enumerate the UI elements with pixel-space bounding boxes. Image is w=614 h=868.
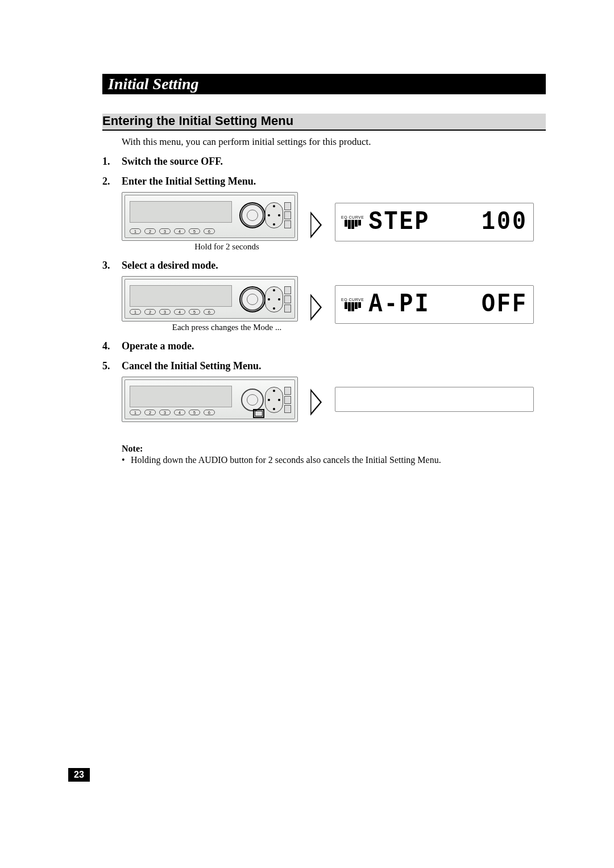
- func-dial-highlighted-icon: [241, 204, 264, 227]
- subsection-title: Entering the Initial Setting Menu: [102, 114, 546, 131]
- eq-curve-icon: EQ CURVE: [341, 215, 364, 229]
- step-4: Operate a mode.: [102, 340, 546, 352]
- step-title: Enter the Initial Setting Menu.: [122, 176, 546, 187]
- preset-4: 4: [174, 228, 185, 234]
- lcd-text-right: OFF: [482, 290, 528, 319]
- step-1: Switch the source OFF.: [102, 156, 546, 168]
- note-text: Holding down the AUDIO button for 2 seco…: [131, 455, 441, 465]
- step-title: Cancel the Initial Setting Menu.: [122, 360, 546, 372]
- preset-buttons: 1 2 3 4 5 6: [130, 410, 215, 415]
- preset-6: 6: [204, 309, 215, 315]
- source-button-highlighted-icon: [255, 411, 263, 416]
- device-illustration: 1 2 3 4 5 6: [122, 377, 298, 422]
- lcd-display: EQ CURVE STEP 100: [335, 203, 534, 241]
- preset-5: 5: [189, 228, 200, 234]
- preset-buttons: 1 2 3 4 5 6: [130, 228, 215, 234]
- device-illustration: 1 2 3 4 5 6: [122, 276, 298, 322]
- lcd-text-left: A-PI: [368, 290, 430, 319]
- preset-3: 3: [159, 410, 171, 415]
- lcd-text-right: 100: [482, 207, 528, 237]
- steps-list: Switch the source OFF. Enter the Initial…: [102, 156, 546, 422]
- preset-1: 1: [130, 410, 141, 415]
- device-illustration: 1 2 3 4 5 6: [122, 192, 298, 241]
- lcd-display-blank: [335, 387, 534, 412]
- multi-knob-icon: [265, 286, 283, 312]
- multi-knob-icon: [265, 202, 283, 228]
- bullet-icon: •: [122, 455, 127, 465]
- step-3: Select a desired mode. 1 2 3 4 5 6: [102, 260, 546, 332]
- lcd-display: EQ CURVE A-PI OFF: [335, 285, 534, 324]
- side-buttons-icon: [284, 202, 291, 228]
- preset-buttons: 1 2 3 4 5 6: [130, 309, 215, 315]
- step-title: Operate a mode.: [122, 340, 546, 352]
- intro-text: With this menu, you can perform initial …: [122, 136, 546, 148]
- preset-3: 3: [159, 309, 171, 315]
- arrow-right-icon: ▷: [310, 382, 322, 417]
- lcd-text-left: STEP: [368, 207, 430, 237]
- eq-label: EQ CURVE: [341, 298, 364, 302]
- arrow-right-icon: ▷: [310, 286, 322, 322]
- preset-5: 5: [189, 410, 200, 415]
- section-title: Initial Setting: [102, 74, 546, 94]
- page-number: 23: [68, 768, 90, 782]
- func-dial-highlighted-icon: [241, 288, 264, 311]
- step-5: Cancel the Initial Setting Menu. 1 2 3 4…: [102, 360, 546, 422]
- note-label: Note:: [122, 444, 546, 454]
- preset-2: 2: [144, 228, 156, 234]
- side-buttons-icon: [284, 387, 291, 413]
- eq-curve-icon: EQ CURVE: [341, 298, 364, 311]
- func-dial-icon: [241, 389, 264, 411]
- step-2: Enter the Initial Setting Menu. 1 2 3 4 …: [102, 176, 546, 252]
- step-title: Switch the source OFF.: [122, 156, 546, 168]
- step-title: Select a desired mode.: [122, 260, 546, 272]
- preset-6: 6: [204, 410, 215, 415]
- preset-2: 2: [144, 309, 156, 315]
- side-buttons-icon: [284, 286, 291, 312]
- preset-2: 2: [144, 410, 156, 415]
- figure-caption: Hold for 2 seconds: [122, 242, 298, 252]
- preset-5: 5: [189, 309, 200, 315]
- eq-label: EQ CURVE: [341, 215, 364, 219]
- preset-1: 1: [130, 309, 141, 315]
- note-block: Note: • Holding down the AUDIO button fo…: [122, 444, 546, 465]
- preset-4: 4: [174, 410, 185, 415]
- arrow-right-icon: ▷: [310, 204, 322, 239]
- preset-3: 3: [159, 228, 171, 234]
- preset-1: 1: [130, 228, 141, 234]
- multi-knob-icon: [265, 387, 283, 413]
- preset-6: 6: [204, 228, 215, 234]
- preset-4: 4: [174, 309, 185, 315]
- figure-caption: Each press changes the Mode ...: [122, 323, 298, 332]
